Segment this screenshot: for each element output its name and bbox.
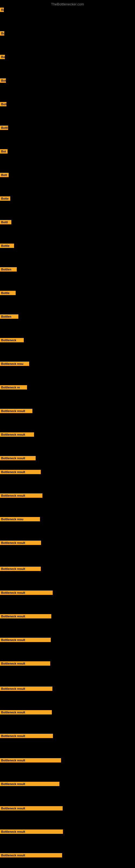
- bar-label-25: Bottleneck result: [0, 590, 53, 595]
- bar-row-3: Bott: [0, 79, 6, 84]
- bar-label-19: Bottleneck result: [0, 456, 36, 460]
- bar-label-18: Bottleneck result: [0, 432, 34, 437]
- bar-label-0: Bo: [0, 8, 4, 12]
- bar-label-26: Bottleneck result: [0, 614, 51, 618]
- bar-row-19: Bottleneck result: [0, 456, 36, 461]
- bar-label-7: Bott: [0, 173, 9, 177]
- bar-label-17: Bottleneck result: [0, 409, 32, 413]
- bar-label-2: Bo: [0, 55, 5, 59]
- bar-label-12: Bottle: [0, 291, 16, 295]
- bar-row-17: Bottleneck result: [0, 409, 32, 414]
- bar-row-26: Bottleneck result: [0, 614, 51, 620]
- bar-row-10: Bottle: [0, 244, 14, 249]
- bar-row-31: Bottleneck result: [0, 734, 53, 739]
- bar-label-34: Bottleneck result: [0, 806, 63, 810]
- bar-row-25: Bottleneck result: [0, 590, 53, 596]
- bar-row-29: Bottleneck result: [0, 686, 52, 692]
- bar-row-34: Bottleneck result: [0, 806, 63, 812]
- bar-label-14: Bottleneck: [0, 338, 24, 342]
- bar-label-24: Bottleneck result: [0, 567, 41, 571]
- bar-label-23: Bottleneck result: [0, 540, 41, 545]
- bar-row-4: Bott: [0, 102, 6, 107]
- bar-label-32: Bottleneck result: [0, 758, 61, 763]
- bar-row-30: Bottleneck result: [0, 710, 52, 716]
- bar-label-10: Bottle: [0, 244, 14, 248]
- bar-label-9: Bottl: [0, 220, 11, 224]
- bar-row-6: Bot: [0, 149, 8, 155]
- bar-label-30: Bottleneck result: [0, 710, 52, 714]
- bar-row-7: Bott: [0, 173, 9, 178]
- bar-label-11: Bottlen: [0, 267, 17, 272]
- bar-row-21: Bottleneck result: [0, 493, 42, 499]
- bar-row-35: Bottleneck result: [0, 830, 63, 835]
- bar-label-36: Bottleneck result: [0, 853, 62, 858]
- bar-row-0: Bo: [0, 8, 4, 13]
- bar-row-22: Bottleneck resu: [0, 517, 40, 522]
- bar-label-15: Bottleneck resu: [0, 362, 29, 366]
- bar-row-28: Bottleneck result: [0, 661, 50, 667]
- bar-label-5: Bottl: [0, 126, 8, 130]
- bar-label-8: Botte: [0, 196, 10, 201]
- bar-row-8: Botte: [0, 196, 10, 202]
- bar-row-24: Bottleneck result: [0, 567, 41, 572]
- bar-label-35: Bottleneck result: [0, 830, 63, 834]
- bar-label-3: Bott: [0, 79, 6, 83]
- bar-row-27: Bottleneck result: [0, 638, 51, 643]
- bar-label-20: Bottleneck result: [0, 470, 41, 474]
- bar-label-33: Bottleneck result: [0, 782, 59, 786]
- bar-label-29: Bottleneck result: [0, 686, 52, 691]
- bar-label-31: Bottleneck result: [0, 734, 53, 738]
- bar-row-32: Bottleneck result: [0, 758, 61, 764]
- bar-label-22: Bottleneck resu: [0, 517, 40, 521]
- bar-label-13: Bottlen: [0, 314, 18, 319]
- bar-label-21: Bottleneck result: [0, 493, 42, 498]
- bar-label-28: Bottleneck result: [0, 661, 50, 665]
- bar-label-27: Bottleneck result: [0, 638, 51, 642]
- bar-row-23: Bottleneck result: [0, 540, 41, 546]
- bar-row-13: Bottlen: [0, 314, 18, 320]
- bar-row-33: Bottleneck result: [0, 782, 59, 787]
- site-title: TheBottlenecker.com: [51, 2, 84, 6]
- bar-row-15: Bottleneck resu: [0, 362, 29, 367]
- bar-row-36: Bottleneck result: [0, 853, 62, 859]
- bar-label-4: Bott: [0, 102, 6, 106]
- bar-row-11: Bottlen: [0, 267, 17, 273]
- bar-row-9: Bottl: [0, 220, 11, 225]
- bar-row-16: Bottleneck re: [0, 385, 27, 391]
- bar-label-16: Bottleneck re: [0, 385, 27, 390]
- bar-row-12: Bottle: [0, 291, 16, 296]
- bar-row-5: Bottl: [0, 126, 8, 131]
- bar-label-6: Bot: [0, 149, 8, 154]
- bar-row-1: Bo: [0, 31, 4, 37]
- bar-row-18: Bottleneck result: [0, 432, 34, 438]
- bar-label-1: Bo: [0, 31, 4, 35]
- bar-row-20: Bottleneck result: [0, 470, 41, 475]
- bar-row-14: Bottleneck: [0, 338, 24, 343]
- bar-row-2: Bo: [0, 55, 5, 60]
